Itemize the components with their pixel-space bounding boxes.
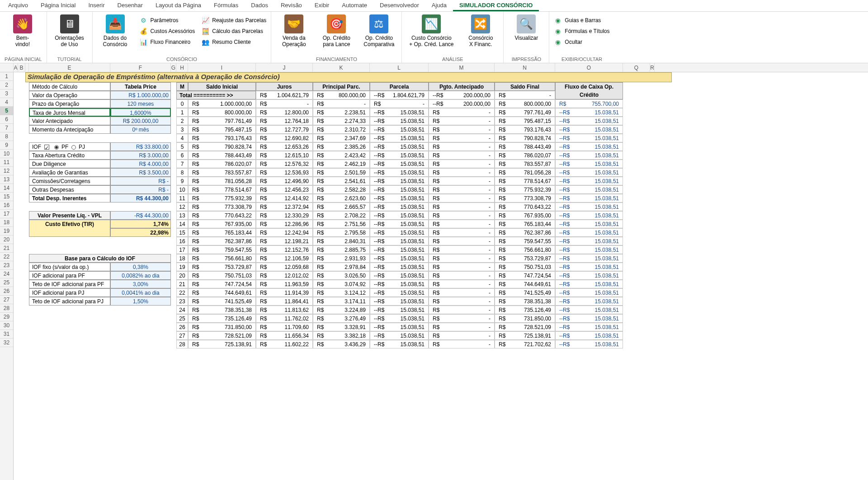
welcome-icon: 👋: [13, 14, 32, 33]
formulas-button[interactable]: ◉Fórmulas e Títulos: [554, 27, 609, 35]
ribbon-tab[interactable]: Revisão: [274, 0, 308, 11]
col-K: K: [313, 63, 370, 72]
ocultar-button[interactable]: ◉Ocultar: [554, 38, 609, 46]
group-tutorial: 🖥 Orientações de Uso TUTORIAL: [47, 12, 93, 63]
group-analise: 📉Custo Consórcio + Op. Créd. Lance 🔀Cons…: [402, 12, 504, 63]
row-numbers[interactable]: 1234567891011121314151617181920212223242…: [0, 72, 14, 480]
group-title: EXIBIR/OCULTAR: [554, 56, 609, 63]
group-impressao: 🔍Visualizar IMPRESSÃO: [504, 12, 549, 63]
resumo-button[interactable]: 👥Resumo Cliente: [201, 38, 266, 46]
guias-button[interactable]: ◉Guias e Barras: [554, 16, 609, 24]
money-icon: 💰: [140, 27, 148, 35]
lance-button[interactable]: 🎯Op. Crédito para Lance: [318, 14, 354, 48]
chart-up-icon: 📈: [201, 16, 209, 24]
venda-button[interactable]: 🤝Venda da Operação: [276, 14, 312, 48]
col-N: N: [495, 63, 555, 72]
group-title: IMPRESSÃO: [508, 56, 544, 63]
col-F: F: [110, 63, 171, 72]
fluxo-button[interactable]: 📊Fluxo Financeiro: [140, 38, 195, 46]
group-financiamento: 🤝Venda da Operação 🎯Op. Crédito para Lan…: [271, 12, 402, 63]
board-icon: 🖥: [60, 14, 79, 33]
col-Q: Q: [623, 63, 650, 72]
dados-consorcio-button[interactable]: 📥 Dados do Consórcio: [97, 14, 133, 48]
ribbon-tab[interactable]: Inserir: [82, 0, 111, 11]
target-icon: 🎯: [327, 14, 346, 33]
col-O: O: [555, 63, 623, 72]
custos-button[interactable]: 💰Custos Acessórios: [140, 27, 195, 35]
circle-icon: ◉: [554, 27, 562, 35]
orientacoes-button[interactable]: 🖥 Orientações de Uso: [52, 14, 88, 48]
calc-icon: 🧮: [201, 27, 209, 35]
scale-icon: ⚖: [369, 14, 388, 33]
group-pagina-inicial: 👋 Bem- vindo! PÁGINA INICIAL: [0, 12, 47, 63]
calculo-button[interactable]: 🧮Cálculo das Parcelas: [201, 27, 266, 35]
pf-radio[interactable]: [54, 145, 59, 150]
ribbon-tab[interactable]: Automate: [335, 0, 373, 11]
inbox-icon: 📥: [106, 14, 125, 33]
col-H: H: [176, 63, 188, 72]
col-R: R: [650, 63, 655, 72]
chart-icon: 📉: [422, 14, 441, 33]
group-title: TUTORIAL: [52, 56, 88, 63]
group-title: CONSÓRCIO: [97, 56, 267, 63]
col-L: L: [370, 63, 429, 72]
flow-icon: 📊: [140, 38, 148, 46]
xfinanc-button[interactable]: 🔀Consórcio X Financ.: [462, 14, 499, 48]
print-preview-icon: 🔍: [517, 14, 536, 33]
group-title: ANÁLISE: [406, 56, 499, 63]
ribbon-tab[interactable]: Página Inicial: [34, 0, 82, 11]
compare-icon: 🔀: [471, 14, 490, 33]
pj-radio[interactable]: [71, 145, 76, 150]
ribbon-tab[interactable]: Dados: [245, 0, 274, 11]
column-headers[interactable]: A B E F G H I J K L M N O Q R: [0, 63, 868, 72]
cells-area[interactable]: Simulação de Operação de Empréstimo (alt…: [14, 72, 868, 480]
ribbon-tab[interactable]: Desenhar: [111, 0, 149, 11]
col-I: I: [188, 63, 256, 72]
circle-icon: ◉: [554, 16, 562, 24]
ribbon-tab[interactable]: Arquivo: [2, 0, 34, 11]
people-icon: 👥: [201, 38, 209, 46]
parametros-button[interactable]: ⚙Parâmetros: [140, 16, 195, 24]
group-title: PÁGINA INICIAL: [5, 56, 42, 63]
col-G: G: [171, 63, 176, 72]
ribbon-tab[interactable]: Fórmulas: [208, 0, 245, 11]
circle-icon: ◉: [554, 38, 562, 46]
handshake-icon: 🤝: [284, 14, 303, 33]
col-B: B: [18, 63, 25, 72]
ribbon-tabs: ArquivoPágina InicialInserirDesenharLayo…: [0, 0, 868, 12]
group-title: FINANCIAMENTO: [276, 56, 397, 63]
col-A: A: [14, 63, 18, 72]
bemvindo-button[interactable]: 👋 Bem- vindo!: [5, 14, 41, 48]
comparativa-button[interactable]: ⚖Op. Crédito Comparativa: [361, 14, 397, 48]
sheet-title: Simulação de Operação de Empréstimo (alt…: [25, 72, 672, 82]
custo-consorcio-button[interactable]: 📉Custo Consórcio + Op. Créd. Lance: [406, 14, 456, 48]
ribbon-body: 👋 Bem- vindo! PÁGINA INICIAL 🖥 Orientaçõ…: [0, 12, 868, 63]
ribbon-tab[interactable]: Desenvolvedor: [373, 0, 425, 11]
gear-icon: ⚙: [140, 16, 148, 24]
visualizar-button[interactable]: 🔍Visualizar: [508, 14, 544, 42]
col-E: E: [29, 63, 110, 72]
ribbon-tab[interactable]: Exibir: [308, 0, 336, 11]
group-consorcio: 📥 Dados do Consórcio ⚙Parâmetros 💰Custos…: [93, 12, 272, 63]
reajuste-button[interactable]: 📈Reajuste das Parcelas: [201, 16, 266, 24]
group-exibir: ◉Guias e Barras ◉Fórmulas e Títulos ◉Ocu…: [549, 12, 614, 63]
ribbon-tab[interactable]: SIMULADOR CONSÓRCIO: [453, 0, 539, 11]
col-J: J: [256, 63, 313, 72]
ribbon-tab[interactable]: Ajuda: [425, 0, 453, 11]
ribbon-tab[interactable]: Layout da Página: [149, 0, 208, 11]
col-M: M: [429, 63, 495, 72]
iof-checkbox[interactable]: [44, 145, 49, 150]
